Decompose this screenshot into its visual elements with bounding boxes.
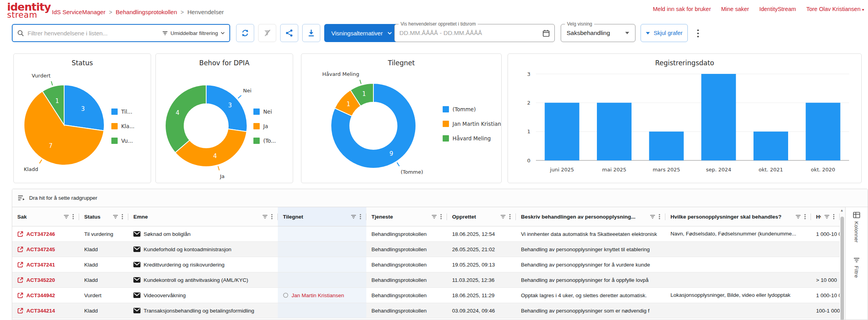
nav-user-menu[interactable]: Tore Olav Kristiansen▾ [806,6,864,12]
chart-title-status: Status [14,59,151,67]
legend-swatch[interactable] [111,109,118,115]
case-link[interactable]: ACT347245 [26,246,55,252]
legend-swatch[interactable] [443,135,449,142]
column-header-tjeneste[interactable]: Tjeneste [366,207,447,226]
nav-mine-saker[interactable]: Mine saker [721,6,749,12]
column-menu-icon[interactable] [659,214,660,219]
scroll-up-arrow-icon[interactable]: ▲ [840,208,844,212]
download-button[interactable] [302,24,320,42]
column-menu-icon[interactable] [72,214,74,219]
column-header-tilegnet[interactable]: Tilegnet [278,207,366,226]
refresh-button[interactable] [236,24,254,42]
breadcrumb-link-behandlingsprotokollen[interactable]: Behandlingsprotokollen [116,9,177,15]
case-link[interactable]: ACT347241 [26,262,55,268]
column-menu-icon[interactable] [833,214,835,219]
column-menu-icon[interactable] [122,214,123,219]
envelope-icon [133,308,140,313]
column-header-emne[interactable]: Emne [128,207,278,226]
bar-juni 2025[interactable] [545,103,579,160]
app-logo[interactable]: identity stream [7,2,51,19]
assignee-link[interactable]: Jan Martin Kristiansen [292,292,344,298]
column-menu-icon[interactable] [804,214,806,219]
view-select[interactable]: Velg visning Saksbehandling [561,24,635,42]
callout-line [360,80,361,84]
legend-swatch[interactable] [111,138,118,144]
column-menu-icon[interactable] [440,214,442,219]
filter-icon[interactable] [351,215,356,219]
callout-line [39,160,42,163]
table-row[interactable]: ACT347246Til vurderingSøknad om boliglån… [12,226,840,242]
hide-charts-button[interactable]: Skjul grafer [641,24,688,42]
status-pie-chart[interactable]: 37Kladd1VurdertTil...Kla...Vu... [14,67,151,178]
case-link[interactable]: ACT347246 [26,231,55,237]
view-options-button[interactable]: Visningsalternativer [324,24,399,42]
sidebar-tab-kolonner[interactable]: Kolonner [853,212,860,243]
slice-callout-label: Kladd [24,166,38,172]
filter-icon[interactable] [113,215,118,219]
bar-mai 2025[interactable] [597,103,632,160]
tilegnet-donut-chart[interactable]: 9(Tomme)11Håvard Meling(Tomme)Jan Martin… [302,67,501,179]
date-range-input[interactable] [399,29,539,37]
top-navigation: Meld inn sak for bruker Mine saker Ident… [653,6,864,12]
nav-meld-inn-sak[interactable]: Meld inn sak for bruker [653,6,711,12]
quick-filter-dropdown[interactable]: Umiddelbar filtrering [163,30,225,36]
sidebar-tab-filtre[interactable]: Filtre [853,257,860,278]
table-row[interactable]: ACT344942VurdertVideoovervåkningJan Mart… [12,288,840,303]
search-input[interactable] [28,30,159,37]
breadcrumb-link-servicemanager[interactable]: IdS ServiceManager [52,9,105,15]
bar-okt. 2020[interactable] [806,103,840,160]
table-row[interactable]: ACT344214KladdTransaksjonsbehandling og … [12,303,840,318]
toolbar-overflow-menu[interactable] [696,28,700,39]
table-row[interactable]: ACT345220KladdKundekontroll og antihvitv… [12,272,840,288]
column-header-status[interactable]: Status [79,207,128,226]
filter-icon[interactable] [64,215,69,219]
filter-icon[interactable] [824,215,829,219]
slice-callout-label: Vurdert [32,73,51,79]
pie-slice-2[interactable] [165,85,206,153]
legend-swatch[interactable] [443,121,449,127]
filter-lines-icon [853,257,860,263]
filter-icon[interactable] [432,215,437,219]
legend-swatch[interactable] [111,123,118,129]
column-header-opprettet[interactable]: Opprettet [447,207,516,226]
bar-okt. 2021[interactable] [753,132,788,160]
filter-icon[interactable] [262,215,268,219]
table-row[interactable]: ACT347245KladdKundeforhold og kontoadmin… [12,242,840,257]
requests-grid: Dra hit for å sette radgrupper SakStatus… [12,189,868,320]
filter-icon[interactable] [650,215,655,219]
open-case-icon [17,292,23,298]
cell-status: Kladd [79,303,128,318]
legend-swatch[interactable] [253,138,260,144]
nav-identitystream[interactable]: IdentityStream [759,6,796,12]
bar-mars 2025[interactable] [649,132,684,160]
legend-swatch[interactable] [253,109,260,115]
column-menu-icon[interactable] [360,214,361,219]
scrollbar-thumb[interactable] [840,217,844,320]
dpia-donut-chart[interactable]: 3Nei4Ja4NeiJa(To... [156,67,293,179]
grid-vertical-scrollbar[interactable]: ▲ [840,207,845,320]
cell-opprettet: 18.06.2025, 12:54 [447,226,516,241]
filter-icon[interactable] [500,215,506,219]
case-link[interactable]: ACT344214 [26,308,55,314]
case-link[interactable]: ACT345220 [26,277,55,283]
column-header-sak[interactable]: Sak [12,207,79,226]
legend-swatch[interactable] [443,106,449,112]
column-header-hvor[interactable]: Hvor mange [811,207,840,226]
table-row[interactable]: ACT347241KladdKredittvurdering og risiko… [12,257,840,272]
calendar-icon[interactable] [543,29,550,37]
column-menu-icon[interactable] [509,214,511,219]
bar-sep. 2024[interactable] [701,74,736,160]
column-menu-icon[interactable] [271,214,273,219]
legend-swatch[interactable] [253,123,260,129]
registreringsdato-bar-chart[interactable]: 0123juni 2025mai 2025mars 2025sep. 2024o… [512,67,857,178]
pie-slice-0[interactable] [206,85,247,132]
chevron-down-icon: ▾ [862,7,864,12]
clear-filter-button [258,24,276,42]
filter-icon[interactable] [796,215,801,219]
case-link[interactable]: ACT344942 [26,292,55,298]
legend-label: Ja [263,123,268,129]
column-header-beskriv[interactable]: Beskriv behandlingen av personopplysning… [516,207,665,226]
row-group-drop-zone[interactable]: Dra hit for å sette radgrupper [12,189,868,207]
column-header-hvilke[interactable]: Hvilke personopplysninger skal behandles… [665,207,811,226]
share-button[interactable] [280,24,298,42]
